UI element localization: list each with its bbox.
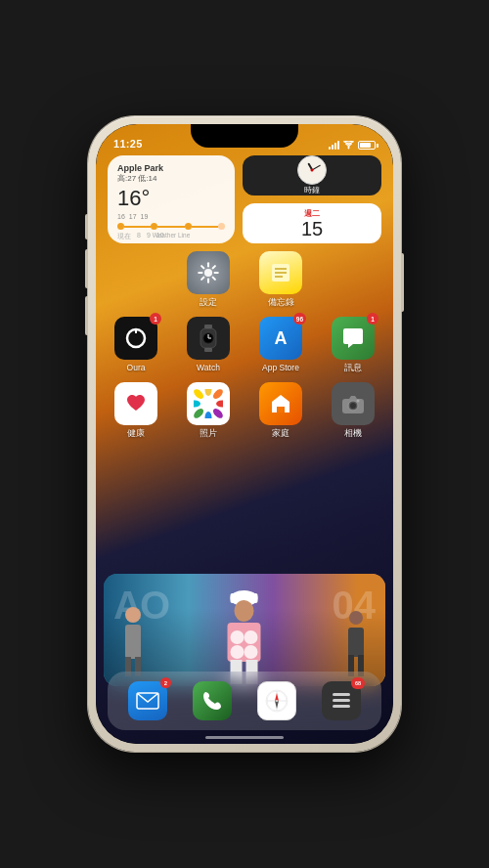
power-button[interactable]	[401, 253, 404, 312]
app-health[interactable]: 健康	[108, 382, 164, 440]
app-notes[interactable]: 備忘錄	[252, 251, 309, 309]
mail-badge: 2	[160, 677, 171, 688]
svg-line-6	[201, 266, 203, 268]
calendar-app-widget[interactable]: 週二 15	[243, 203, 381, 243]
weather-widget[interactable]: Apple Park 高:27 低:14 16° 16 17 19	[108, 155, 235, 243]
oura-icon: 1	[114, 317, 157, 360]
svg-point-28	[205, 412, 212, 418]
appstore-badge: 96	[293, 313, 306, 325]
app-messages[interactable]: 1 訊息	[325, 317, 381, 374]
media-thumbnail: AO 04	[104, 574, 385, 686]
watch-icon	[187, 317, 230, 360]
stacks-badge: 68	[351, 677, 365, 689]
svg-point-26	[216, 401, 223, 408]
dock-mail[interactable]: 2	[128, 681, 167, 720]
svg-line-9	[201, 278, 203, 280]
svg-point-46	[231, 630, 244, 644]
phone-icon	[193, 681, 232, 720]
dock-phone[interactable]	[193, 681, 232, 720]
messages-badge: 1	[367, 313, 378, 325]
app-row-3: 健康	[108, 382, 381, 440]
notch	[191, 124, 298, 148]
status-time: 11:25	[113, 138, 143, 150]
app-row-2: 1 Oura	[108, 317, 381, 374]
weather-location: Apple Park	[117, 163, 225, 173]
svg-point-44	[235, 600, 254, 622]
app-grid: Apple Park 高:27 低:14 16° 16 17 19	[96, 155, 393, 448]
dock-stacks[interactable]: 68	[322, 681, 361, 720]
svg-rect-17	[204, 348, 212, 352]
camera-label: 相機	[344, 428, 362, 440]
app-oura[interactable]: 1 Oura	[108, 317, 164, 374]
svg-point-32	[204, 400, 212, 408]
appstore-icon: 96 A	[259, 317, 302, 360]
battery-icon	[358, 141, 376, 150]
oura-label: Oura	[127, 363, 146, 372]
svg-point-27	[211, 407, 223, 418]
svg-point-30	[194, 401, 200, 408]
app-settings[interactable]: 設定	[180, 251, 237, 309]
messages-icon: 1	[332, 317, 375, 360]
app-watch[interactable]: Watch	[180, 317, 237, 374]
oura-badge: 1	[150, 313, 161, 325]
clock-app-widget[interactable]: 時鐘	[243, 155, 381, 195]
wifi-icon	[343, 141, 354, 150]
svg-point-24	[205, 389, 212, 396]
clock-app-label: 時鐘	[304, 186, 320, 195]
status-icons	[329, 141, 376, 150]
dock: 2	[108, 672, 381, 730]
watch-label: Watch	[197, 363, 220, 372]
phone-screen: 11:25	[96, 124, 393, 744]
svg-point-0	[348, 148, 350, 150]
right-widgets: 時鐘 週二 15	[243, 155, 381, 243]
svg-rect-65	[333, 705, 350, 708]
svg-point-1	[204, 269, 212, 277]
health-icon	[114, 382, 157, 425]
messages-label: 訊息	[344, 363, 362, 374]
home-screen: 11:25	[96, 124, 393, 744]
notes-label: 備忘錄	[268, 297, 294, 309]
app-photos[interactable]: 照片	[180, 382, 237, 440]
clock-face	[297, 155, 327, 185]
svg-rect-53	[348, 628, 364, 657]
settings-icon	[187, 251, 230, 294]
svg-point-49	[244, 645, 258, 659]
dock-safari[interactable]	[257, 681, 296, 720]
svg-point-37	[357, 400, 360, 403]
widget-row: Apple Park 高:27 低:14 16° 16 17 19	[108, 155, 381, 243]
stacks-icon: 68	[322, 681, 361, 720]
svg-point-38	[125, 607, 141, 623]
svg-text:A: A	[275, 328, 288, 348]
weather-source: Weather Line	[153, 232, 191, 239]
weather-temp: 16°	[117, 186, 225, 211]
svg-rect-16	[204, 325, 212, 328]
svg-rect-39	[125, 625, 141, 659]
app-camera[interactable]: 相機	[325, 382, 381, 440]
svg-point-31	[194, 389, 205, 401]
svg-rect-64	[333, 699, 350, 702]
svg-point-47	[244, 630, 258, 644]
volume-down-button[interactable]	[85, 296, 88, 335]
calendar-day: 15	[301, 219, 323, 239]
volume-up-button[interactable]	[85, 249, 88, 288]
app-row-1: 設定 備忘錄	[108, 251, 381, 309]
svg-point-52	[349, 611, 363, 625]
svg-rect-63	[333, 693, 350, 696]
weather-small-temps: 16 17 19	[117, 213, 225, 220]
svg-rect-33	[278, 407, 284, 412]
weather-range: 高:27 低:14	[117, 173, 225, 184]
app-home[interactable]: 家庭	[252, 382, 309, 440]
app-appstore[interactable]: 96 A App Store	[252, 317, 309, 374]
photos-label: 照片	[200, 428, 217, 440]
home-indicator	[205, 736, 284, 739]
clock-center	[311, 169, 314, 172]
media-widget[interactable]: AO 04	[104, 574, 385, 686]
svg-point-29	[194, 407, 205, 418]
svg-line-7	[213, 278, 215, 280]
camera-icon	[332, 382, 375, 425]
photos-icon	[187, 382, 230, 425]
svg-point-25	[211, 389, 223, 401]
mute-button[interactable]	[85, 214, 88, 239]
svg-line-8	[213, 266, 215, 268]
home-label: 家庭	[272, 428, 289, 440]
